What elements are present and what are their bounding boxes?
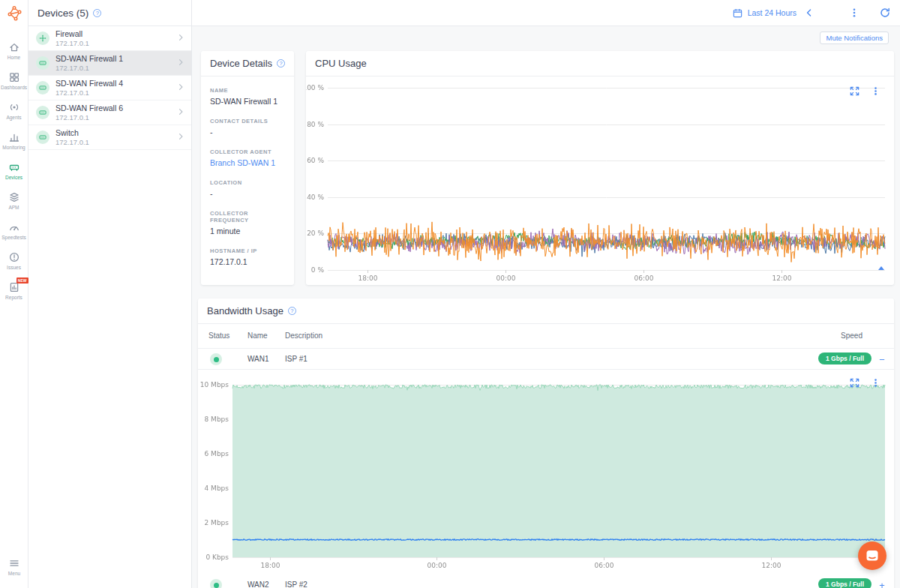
sidebar-item-devices[interactable]: Devices [0, 156, 28, 186]
field-label: COLLECTOR AGENT [210, 148, 285, 155]
menu-icon [8, 557, 20, 569]
device-icon [36, 81, 50, 94]
interface-description: ISP #2 [285, 580, 308, 588]
column-status: Status [208, 332, 230, 340]
device-list-item[interactable]: SD-WAN Firewall 1 172.17.0.1 [28, 51, 191, 76]
chat-bubble-icon [865, 548, 880, 563]
bandwidth-chart[interactable] [198, 370, 894, 572]
chevron-left-icon[interactable] [804, 8, 814, 18]
kebab-menu-icon[interactable] [871, 86, 880, 96]
refresh-icon[interactable] [879, 7, 891, 19]
device-name: SD-WAN Firewall 4 [56, 79, 123, 88]
sidebar-item-dashboards[interactable]: Dashboards [0, 66, 28, 96]
collapse-row-icon[interactable]: − [876, 353, 888, 365]
sidebar-item-issues[interactable]: Issues [0, 246, 28, 276]
issues-icon [8, 251, 20, 263]
expand-icon[interactable] [849, 86, 860, 97]
device-details-title: Device Details [210, 58, 272, 69]
speedtests-icon [8, 221, 20, 233]
kebab-menu-icon[interactable] [849, 8, 860, 18]
help-icon[interactable]: ? [288, 307, 296, 315]
cpu-usage-chart[interactable] [306, 76, 894, 285]
device-list-panel: Devices (5) ? Firewall 172.17.0.1 SD-WAN… [28, 0, 192, 588]
cpu-usage-card: CPU Usage [306, 51, 894, 285]
expand-row-icon[interactable]: + [876, 579, 888, 588]
chevron-right-icon [176, 106, 185, 119]
chat-launcher-button[interactable] [858, 542, 886, 570]
sidebar-item-speedtests[interactable]: Speedtests [0, 216, 28, 246]
firewall-icon [36, 32, 50, 45]
bandwidth-table-header: Status Name Description Speed [198, 324, 894, 349]
sidebar-item-apm[interactable]: APM [0, 186, 28, 216]
device-icon [36, 106, 50, 119]
sidebar-item-monitoring[interactable]: Monitoring [0, 126, 28, 156]
bandwidth-row-wan1[interactable]: WAN1 ISP #1 1 Gbps / Full − [198, 349, 894, 370]
device-list-item[interactable]: Firewall 172.17.0.1 [28, 26, 191, 51]
kebab-menu-icon[interactable] [871, 378, 880, 388]
help-icon[interactable]: ? [93, 9, 101, 17]
app-logo[interactable] [0, 0, 28, 27]
calendar-icon [732, 8, 743, 19]
device-list-header: Devices (5) ? [28, 0, 191, 26]
sidebar-item-menu[interactable]: Menu [0, 552, 28, 582]
time-range-selector[interactable]: Last 24 Hours [732, 8, 796, 19]
device-list-item[interactable]: SD-WAN Firewall 6 172.17.0.1 [28, 100, 191, 125]
device-ip: 172.17.0.1 [56, 88, 123, 97]
field-value: - [210, 128, 285, 136]
field-value: SD-WAN Firewall 1 [210, 97, 285, 106]
sidebar-item-reports[interactable]: Reports NEW [0, 276, 28, 306]
interface-description: ISP #1 [285, 355, 308, 363]
range-slider-handle[interactable] [878, 266, 884, 270]
interface-name: WAN2 [248, 580, 269, 588]
device-ip: 172.17.0.1 [56, 113, 123, 122]
speed-badge: 1 Gbps / Full [818, 352, 872, 364]
device-name: SD-WAN Firewall 6 [56, 104, 123, 112]
collector-agent-link[interactable]: Branch SD-WAN 1 [210, 158, 285, 167]
devices-icon [8, 161, 20, 173]
device-list-item[interactable]: SD-WAN Firewall 4 172.17.0.1 [28, 76, 191, 100]
device-list-item[interactable]: Switch 172.17.0.1 [28, 125, 191, 150]
device-icon [36, 56, 50, 70]
field-value: 172.17.0.1 [210, 257, 285, 266]
main-area: Last 24 Hours Mute Notifications Device … [192, 0, 900, 588]
field-label: NAME [210, 87, 285, 94]
device-name: Firewall [56, 29, 89, 38]
status-up-icon [210, 353, 222, 365]
chevron-right-icon [176, 130, 185, 144]
detail-field: CONTACT DETAILS - [210, 118, 285, 136]
device-icon [36, 130, 50, 144]
field-value: 1 minute [210, 226, 285, 236]
detail-field: COLLECTOR AGENT Branch SD-WAN 1 [210, 148, 285, 167]
expand-icon[interactable] [849, 377, 860, 388]
device-ip: 172.17.0.1 [56, 64, 123, 72]
device-ip: 172.17.0.1 [56, 39, 89, 47]
device-name: SD-WAN Firewall 1 [56, 54, 123, 63]
network-logo-icon [6, 5, 22, 22]
dashboards-icon [8, 71, 20, 83]
device-list-title: Devices (5) [38, 8, 88, 19]
interface-name: WAN1 [248, 355, 269, 363]
chevron-right-icon [176, 81, 185, 94]
detail-field: COLLECTOR FREQUENCY 1 minute [210, 210, 285, 236]
sidebar-item-home[interactable]: Home [0, 36, 28, 66]
icon-rail: Home Dashboards Agents Monitoring Device… [0, 0, 28, 588]
detail-field: HOSTNAME / IP 172.17.0.1 [210, 248, 285, 266]
cpu-usage-title: CPU Usage [315, 58, 367, 69]
field-label: HOSTNAME / IP [210, 248, 285, 254]
home-icon [8, 41, 20, 53]
detail-field: NAME SD-WAN Firewall 1 [210, 87, 285, 106]
content-area: Mute Notifications Device Details ? NAME… [192, 26, 900, 588]
device-name: Switch [56, 128, 89, 137]
agents-icon [8, 101, 20, 113]
sidebar-item-agents[interactable]: Agents [0, 96, 28, 126]
chevron-right-icon [176, 56, 185, 70]
apm-icon [8, 191, 20, 203]
column-name: Name [248, 332, 268, 340]
mute-notifications-button[interactable]: Mute Notifications [820, 32, 889, 44]
device-details-card: Device Details ? NAME SD-WAN Firewall 1 … [201, 51, 294, 285]
chevron-right-icon [176, 32, 185, 45]
topbar: Last 24 Hours [192, 0, 900, 26]
bandwidth-row-wan2[interactable]: WAN2 ISP #2 1 Gbps / Full + [198, 574, 894, 588]
column-description: Description [285, 332, 322, 340]
help-icon[interactable]: ? [277, 59, 285, 68]
